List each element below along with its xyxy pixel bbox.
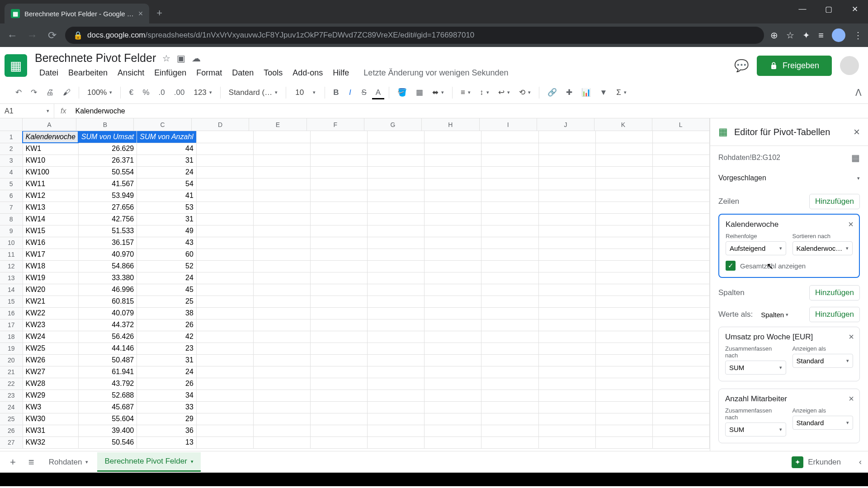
col-header[interactable]: J	[537, 118, 594, 131]
sortby-select[interactable]: Kalenderwoc…▾	[793, 241, 853, 255]
row-field-card[interactable]: × Kalenderwoche Reihenfolge Aufsteigend▾…	[718, 214, 860, 278]
doc-title[interactable]: Berechnete Pivot Felder	[35, 52, 156, 65]
menu-help[interactable]: Hilfe	[328, 66, 354, 80]
data-source[interactable]: Rohdaten!B2:G102	[718, 154, 780, 162]
bookmark-icon[interactable]: ☆	[786, 30, 794, 41]
italic-button[interactable]: I	[344, 85, 356, 100]
order-select[interactable]: Aufsteigend▾	[726, 241, 786, 255]
zoom-icon[interactable]: ⊕	[770, 30, 778, 41]
showas-select[interactable]: Standard▾	[793, 416, 854, 430]
menu-insert[interactable]: Einfügen	[150, 66, 191, 80]
zoom-select[interactable]: 100%▾	[84, 88, 116, 97]
sheet-tab[interactable]: Rohdaten▾	[42, 453, 96, 471]
strike-button[interactable]: S	[358, 85, 370, 100]
close-window-icon[interactable]: ✕	[842, 0, 868, 18]
browser-tab[interactable]: ▦ Berechnete Pivot Felder - Google … ×	[5, 4, 149, 23]
rotate-button[interactable]: ⟲▾	[515, 88, 534, 97]
showas-select[interactable]: Standard▾	[793, 354, 854, 368]
close-panel-icon[interactable]: ×	[854, 126, 860, 138]
col-header[interactable]: B	[76, 118, 134, 131]
explore-button[interactable]: ✦ Erkunden	[792, 456, 841, 468]
filter-icon[interactable]: ▼	[596, 85, 611, 100]
suggested-toggle[interactable]: Vorgeschlagen ▾	[718, 171, 860, 185]
bold-button[interactable]: B	[330, 85, 342, 100]
wrap-button[interactable]: ↩▾	[495, 88, 514, 97]
col-header[interactable]: L	[652, 118, 710, 131]
summarize-select[interactable]: SUM▾	[725, 422, 786, 436]
reading-list-icon[interactable]: ≡	[818, 30, 824, 41]
add-row-button[interactable]: Hinzufügen	[809, 194, 860, 209]
menu-addons[interactable]: Add-ons	[288, 66, 327, 80]
show-totals-checkbox[interactable]: ✓	[726, 261, 736, 271]
text-color-button[interactable]: A	[372, 85, 384, 99]
extensions-icon[interactable]: ✦	[802, 30, 810, 41]
col-header[interactable]: C	[134, 118, 191, 131]
menu-icon[interactable]: ⋮	[854, 30, 863, 41]
decrease-decimal-button[interactable]: .0	[155, 85, 169, 100]
remove-field-icon[interactable]: ×	[849, 394, 854, 404]
account-avatar[interactable]	[840, 56, 859, 75]
comment-icon[interactable]: ✚	[562, 85, 576, 100]
col-header[interactable]: F	[307, 118, 364, 131]
menu-view[interactable]: Ansicht	[113, 66, 149, 80]
menu-file[interactable]: Datei	[35, 66, 63, 80]
menu-edit[interactable]: Bearbeiten	[64, 66, 112, 80]
col-header[interactable]: G	[364, 118, 422, 131]
add-col-button[interactable]: Hinzufügen	[809, 285, 860, 300]
font-select[interactable]: Standard (…▾	[225, 88, 281, 97]
valign-button[interactable]: ↕▾	[476, 88, 493, 97]
values-as-select[interactable]: Spalten ▾	[757, 309, 792, 320]
side-panel-toggle-icon[interactable]: ‹	[859, 457, 862, 467]
undo-icon[interactable]: ↶	[12, 85, 25, 100]
chart-icon[interactable]: 📊	[578, 85, 594, 100]
last-edit-text[interactable]: Letzte Änderung vor wenigen Sekunden	[359, 66, 513, 80]
percent-button[interactable]: %	[139, 85, 153, 100]
menu-data[interactable]: Daten	[227, 66, 258, 80]
spreadsheet-grid[interactable]: A B C D E F G H I J K L 1 Kalenderwoche …	[0, 118, 710, 451]
close-icon[interactable]: ×	[138, 9, 143, 19]
maximize-icon[interactable]: ▢	[816, 0, 842, 18]
value-field-card[interactable]: × Umsatz pro Woche [EUR] Zusammenfassen …	[718, 327, 860, 381]
redo-icon[interactable]: ↷	[27, 85, 41, 100]
value-field-card[interactable]: × Anzahl Mitarbeiter Zusammenfassen nach…	[718, 389, 860, 443]
sheet-tab-active[interactable]: Berechnete Pivot Felder▾	[97, 452, 200, 472]
name-box[interactable]: A1▾	[0, 104, 54, 118]
merge-button[interactable]: ⬌▾	[429, 88, 448, 97]
reload-icon[interactable]: ⟳	[45, 29, 59, 42]
remove-field-icon[interactable]: ×	[849, 332, 854, 342]
back-icon[interactable]: ←	[5, 29, 19, 42]
comments-icon[interactable]: 💬	[734, 59, 749, 73]
select-all-corner[interactable]	[0, 118, 23, 131]
menu-tools[interactable]: Tools	[259, 66, 287, 80]
fill-color-icon[interactable]: 🪣	[394, 85, 410, 100]
col-header[interactable]: A	[23, 118, 76, 131]
halign-button[interactable]: ≡▾	[457, 88, 474, 97]
increase-decimal-button[interactable]: .00	[170, 85, 189, 100]
formula-input[interactable]: Kalenderwoche	[72, 107, 125, 115]
share-button[interactable]: Freigeben	[757, 56, 832, 76]
link-icon[interactable]: 🔗	[544, 85, 561, 100]
functions-button[interactable]: Σ▾	[613, 88, 630, 97]
menu-format[interactable]: Format	[192, 66, 226, 80]
col-header[interactable]: D	[192, 118, 249, 131]
col-header[interactable]: E	[249, 118, 307, 131]
format-select[interactable]: 123▾	[190, 88, 215, 97]
print-icon[interactable]: 🖨	[42, 85, 57, 100]
currency-button[interactable]: €	[125, 85, 137, 100]
remove-field-icon[interactable]: ×	[848, 219, 854, 230]
summarize-select[interactable]: SUM▾	[725, 361, 786, 375]
col-header[interactable]: I	[480, 118, 537, 131]
all-sheets-button[interactable]: ≡	[23, 453, 40, 472]
move-icon[interactable]: ▣	[177, 53, 185, 64]
paint-format-icon[interactable]: 🖌	[59, 85, 74, 100]
star-icon[interactable]: ☆	[162, 53, 170, 64]
add-value-button[interactable]: Hinzufügen	[809, 307, 860, 322]
minimize-icon[interactable]: —	[789, 0, 816, 18]
add-sheet-button[interactable]: +	[5, 453, 21, 472]
col-header[interactable]: K	[594, 118, 652, 131]
borders-icon[interactable]: ▦	[412, 85, 427, 100]
new-tab-button[interactable]: +	[149, 7, 170, 23]
profile-avatar-icon[interactable]	[832, 28, 845, 42]
col-header[interactable]: H	[422, 118, 479, 131]
font-size-select[interactable]: 10▾	[291, 88, 320, 97]
